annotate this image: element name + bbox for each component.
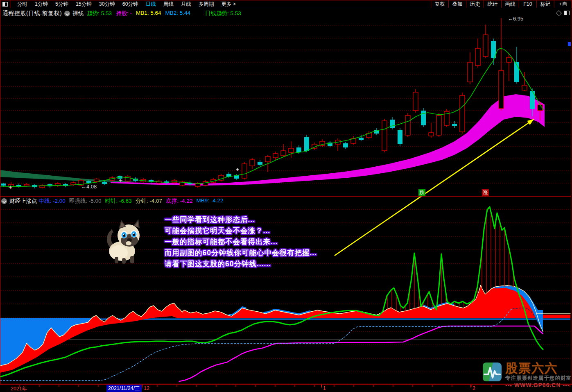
toolbar-button-统计[interactable]: 统计 bbox=[484, 0, 501, 8]
toolbar-button-复权[interactable]: 复权 bbox=[431, 0, 448, 8]
indicator-field-MB1: MB1: 5.64 bbox=[136, 10, 161, 17]
sub-chart-header: 财经上涨点 中线: -2.00即强线: -5.00时针: -6.63分针: -4… bbox=[1, 197, 227, 204]
sub-indicator-name[interactable]: 财经上涨点 bbox=[9, 197, 37, 205]
watermark-title: 股票六六 bbox=[505, 362, 572, 374]
watermark-logo-icon bbox=[482, 362, 502, 382]
indicator-field-趋势: 趋势: 5.53 bbox=[87, 10, 112, 17]
period-tab-1分钟[interactable]: 1分钟 bbox=[31, 1, 52, 8]
annotation-note: 一些同学看到这种形态后...可能会揣摸它明天会不会涨？...一般的指标可能都不会… bbox=[165, 214, 317, 270]
trading-app-window: 分时1分钟5分钟15分钟30分钟60分钟日线周线月线多周期更多 > 复权叠加历史… bbox=[0, 0, 572, 392]
axis-month-label: 1 bbox=[323, 385, 326, 391]
site-watermark: 股票六六 专注股票创造属于您的财富 --- WWW.GP66.CN --- bbox=[482, 362, 572, 388]
period-tab-60分钟[interactable]: 60分钟 bbox=[119, 1, 142, 8]
dark-green-band bbox=[0, 170, 137, 182]
indicator-field-MB2: MB2: 5.44 bbox=[165, 10, 191, 17]
note-line: 请看下图这支股的60分钟线...... bbox=[165, 258, 317, 270]
layout-button[interactable] bbox=[0, 0, 10, 8]
indicator-field-持股: 持股: - bbox=[116, 10, 132, 17]
low-price-label: ←4.08 bbox=[81, 184, 97, 190]
price-axis-marker bbox=[568, 42, 571, 46]
red-area-main bbox=[178, 285, 570, 318]
high-price-label: ←6.95 bbox=[508, 16, 523, 22]
indicator-field-时针: 时针: -6.63 bbox=[105, 197, 132, 205]
chevron-down-icon[interactable] bbox=[1, 198, 7, 204]
watermark-subtitle: 专注股票创造属于您的财富 bbox=[505, 375, 572, 382]
fall-badge: 跌 bbox=[418, 189, 425, 196]
indicator-field-即强线: 即强线: -5.00 bbox=[69, 197, 102, 205]
indicator-field-底撑: 底撑: -4.22 bbox=[166, 197, 192, 205]
axis-month-label: 2 bbox=[473, 385, 475, 391]
rise-badge: 涨 bbox=[482, 189, 489, 196]
toolbar-button-叠加[interactable]: 叠加 bbox=[448, 0, 466, 8]
pane-icon[interactable] bbox=[564, 11, 570, 15]
toolbar-button-画线[interactable]: 画线 bbox=[501, 0, 519, 8]
watermark-url: --- WWW.GP66.CN --- bbox=[505, 382, 572, 388]
period-tab-更多 >[interactable]: 更多 > bbox=[217, 1, 240, 8]
trend-arrowhead bbox=[527, 119, 534, 125]
selected-date-label: 2021/11/24/三 bbox=[106, 385, 142, 392]
top-toolbar: 分时1分钟5分钟15分钟30分钟60分钟日线周线月线多周期更多 > 复权叠加历史… bbox=[0, 0, 572, 8]
diamond-icon[interactable] bbox=[556, 10, 562, 16]
period-tab-15分钟[interactable]: 15分钟 bbox=[72, 1, 95, 8]
period-tabs: 分时1分钟5分钟15分钟30分钟60分钟日线周线月线多周期更多 > bbox=[14, 1, 240, 8]
main-chart-header: 通程控股(日线.前复权) 裸线 趋势: 5.53持股: -MB1: 5.64MB… bbox=[2, 9, 245, 18]
candles-layer bbox=[1, 18, 543, 189]
layout-icon bbox=[2, 2, 8, 7]
toolbar-button-F10[interactable]: F10 bbox=[519, 0, 536, 8]
period-tab-月线[interactable]: 月线 bbox=[177, 1, 195, 8]
toolbar-button-+自[interactable]: +自 bbox=[554, 0, 572, 8]
symbol-title: 通程控股(日线.前复权) bbox=[2, 10, 62, 17]
note-line: 一般的指标可能都不会看得出来... bbox=[165, 236, 317, 247]
indicator-field-中线: 中线: -2.00 bbox=[39, 197, 66, 205]
toolbar-actions: 复权叠加历史统计画线F10标记+自 bbox=[431, 0, 572, 8]
indicator-field-日线趋势: 日线趋势: 5.53 bbox=[205, 10, 241, 17]
axis-month-label: 12 bbox=[144, 385, 149, 391]
period-tab-日线[interactable]: 日线 bbox=[142, 1, 160, 8]
main-indicator-values: 趋势: 5.53持股: -MB1: 5.64MB2: 5.44日线趋势: 5.5… bbox=[87, 10, 245, 17]
period-tab-5分钟[interactable]: 5分钟 bbox=[52, 1, 72, 8]
note-line: 一些同学看到这种形态后... bbox=[165, 214, 317, 225]
trend-arrow bbox=[335, 119, 534, 256]
note-line: 可能会揣摸它明天会不会涨？... bbox=[165, 225, 317, 236]
sub-indicator-values: 中线: -2.00即强线: -5.00时针: -6.63分针: -4.07底撑:… bbox=[39, 197, 227, 205]
cat-image bbox=[101, 218, 143, 264]
period-tab-多周期[interactable]: 多周期 bbox=[195, 1, 218, 8]
axis-year-label: 2021年 bbox=[11, 385, 27, 392]
magenta-trend-band bbox=[111, 94, 545, 186]
chevron-down-icon[interactable] bbox=[64, 11, 70, 16]
period-tab-30分钟[interactable]: 30分钟 bbox=[95, 1, 119, 8]
chart-window-controls bbox=[557, 11, 570, 15]
toolbar-button-标记[interactable]: 标记 bbox=[536, 0, 554, 8]
indicator-field-MB9: MB9: -4.22 bbox=[196, 197, 223, 205]
indicator-name[interactable]: 裸线 bbox=[72, 10, 84, 17]
toolbar-button-历史[interactable]: 历史 bbox=[466, 0, 484, 8]
note-line: 而用副图的60分钟线你可能心中会很有把握... bbox=[165, 247, 317, 258]
indicator-field-分针: 分针: -4.07 bbox=[136, 197, 162, 205]
period-tab-周线[interactable]: 周线 bbox=[160, 1, 177, 8]
period-tab-分时[interactable]: 分时 bbox=[14, 1, 31, 8]
